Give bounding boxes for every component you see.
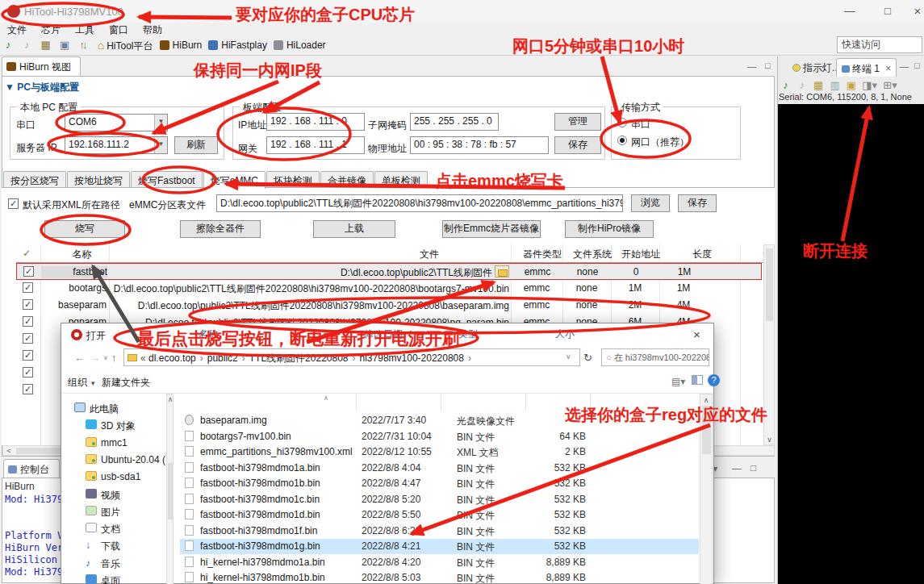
terminal-connect-icon[interactable]: ♪ [780, 78, 792, 93]
serial-radio[interactable] [617, 118, 627, 127]
burn-tab-合并镜像[interactable]: 合并镜像 [320, 171, 374, 188]
tab-close-icon[interactable]: × [885, 63, 891, 74]
burn-tab-烧写Fastboot[interactable]: 烧写Fastboot [131, 171, 203, 188]
row-checkbox[interactable]: ✓ [23, 282, 33, 293]
burn-tab-坏块检测[interactable]: 坏块检测 [266, 171, 320, 188]
row-checkbox[interactable]: ✓ [23, 333, 33, 344]
terminal-settings-icon[interactable]: ▦ [813, 78, 825, 93]
net-radio-label[interactable]: 网口（推荐） [631, 136, 689, 149]
address-chevron-icon[interactable]: ∨ [566, 352, 571, 361]
search-input[interactable]: ○ 在 hi3798mv100-2022080... [601, 348, 709, 366]
file-row[interactable]: fastboot-hi3798mdmo1b.bin2022/8/8 4:47BI… [180, 476, 699, 491]
upload-button[interactable]: 上载 [313, 220, 395, 238]
column-type[interactable]: 类型 [458, 327, 478, 341]
gateway-input[interactable]: 192 . 168 . 111 . 1 [266, 136, 365, 154]
minimize-button[interactable]: — [838, 3, 862, 19]
sidebar-item-视频[interactable]: 视频 [61, 487, 166, 503]
sidebar-item-usb-sda1[interactable]: usb-sda1 [61, 469, 166, 486]
mac-input[interactable]: 00 : 95 : 38 : 78 : fb : 57 [410, 136, 549, 154]
disconnect-icon[interactable]: ♪ [19, 38, 34, 52]
pc-board-config-header[interactable]: ▼ PC与板端配置 [5, 81, 771, 97]
sidebar-item-音乐[interactable]: ♪音乐 [61, 556, 166, 572]
board-save-button[interactable]: 保存 [554, 136, 601, 154]
scroll-down-icon[interactable]: ∨ [764, 436, 775, 444]
terminal-columns-icon[interactable]: ▥ [829, 78, 841, 93]
xml-path-input[interactable]: D:\dl.ecoo.top\public2\TTL线刷固件20220808\h… [216, 194, 623, 212]
column-size[interactable]: 大小 [555, 327, 575, 341]
sidebar-item-此电脑[interactable]: 此电脑 [61, 401, 166, 417]
browse-button[interactable]: 浏览 [631, 194, 670, 212]
browse-file-icon[interactable] [495, 265, 509, 277]
plug-dropdown-icon[interactable]: ◨▾ [862, 78, 878, 93]
refresh-button[interactable]: 刷新 [174, 136, 218, 154]
row-checkbox[interactable]: ✓ [23, 316, 33, 327]
scroll-up-icon[interactable]: ∧ [700, 396, 712, 404]
sidebar-item-下载[interactable]: ↓下载 [61, 538, 166, 554]
table-row[interactable]: ✓baseparamD:\dl.ecoo.top\public2\TTL线刷固件… [16, 297, 763, 314]
manage-button[interactable]: 管理 [554, 113, 601, 131]
check-all-icon[interactable]: ✓ [23, 248, 31, 259]
edit-table-icon[interactable]: ▦ [39, 38, 53, 52]
chevron-down-icon[interactable]: ▼ [154, 137, 167, 153]
breadcrumb-item[interactable]: hi3798mv100-20220808 [360, 352, 464, 364]
terminal-disconnect-icon[interactable]: ♪ [796, 78, 808, 93]
view-mode-icon[interactable]: ▤▾ [671, 376, 685, 387]
preview-pane-icon[interactable] [692, 375, 703, 385]
burn-tab-按分区烧写[interactable]: 按分区烧写 [3, 171, 66, 188]
breadcrumb-item[interactable]: dl.ecoo.top [148, 352, 196, 364]
row-checkbox[interactable]: ✓ [23, 299, 33, 310]
file-row[interactable]: fastboot-hi3798mdmo1d.bin2022/8/8 5:50BI… [180, 507, 699, 523]
organize-button[interactable]: 组织 ▼ [68, 376, 96, 390]
row-checkbox[interactable]: ✓ [23, 350, 33, 361]
plug-icon[interactable]: ▣ [57, 38, 72, 52]
make-emmc-image-button[interactable]: 制作Emmc烧片器镜像 [442, 220, 541, 238]
refresh-icon[interactable]: ↻ [583, 352, 592, 364]
tab-terminal-1[interactable]: 终端 1 × [836, 58, 897, 77]
file-row[interactable]: fastboot-hi3798mdmo1g.bin2022/8/8 4:21BI… [180, 539, 699, 554]
terminal-screen[interactable] [778, 104, 924, 584]
console-maximize-icon[interactable]: □ [750, 462, 756, 473]
dialog-close-icon[interactable]: × [693, 327, 700, 341]
view-maximize-icon[interactable]: □ [765, 60, 771, 70]
column-header-开始地址[interactable]: 开始地址 [617, 248, 665, 261]
hiburn-view-tab[interactable]: HiBurn 视图 [2, 56, 81, 76]
toolbar-app-HiBurn[interactable]: HiBurn [160, 37, 203, 53]
sidebar-item-图片[interactable]: 图片 [61, 504, 166, 520]
lock-icon[interactable]: ▣ [845, 78, 857, 93]
toolbar-app-HiFastplay[interactable]: HiFastplay [208, 37, 267, 53]
burn-button[interactable]: 烧写 [44, 220, 125, 238]
scroll-left-icon[interactable]: < [5, 447, 13, 455]
table-row[interactable]: ✓bootargsD:\dl.ecoo.top\public2\TTL线刷固件2… [16, 280, 763, 297]
column-header-文件系统[interactable]: 文件系统 [568, 248, 617, 261]
column-header-名称[interactable]: 名称 [55, 248, 109, 261]
table-row[interactable]: ✓fastbootD:\dl.ecoo.top\public2\TTL线刷固件e… [16, 263, 762, 280]
quick-access-input[interactable] [837, 36, 922, 53]
sidebar-item-Ubuntu-20.04 ([interactable]: Ubuntu-20.04 ( [61, 453, 166, 469]
panel-maximize-icon[interactable]: □ [914, 60, 920, 70]
toolbar-app-HiTool平台[interactable]: ⌂HiTool平台 [98, 37, 153, 53]
serial-radio-label[interactable]: 串口 [631, 118, 650, 131]
view-minimize-icon[interactable]: — [747, 61, 756, 71]
transfer-arrows-icon[interactable]: ↑↓ [76, 38, 90, 52]
console-tab[interactable]: 控制台 [3, 459, 60, 478]
sidebar-item-mmc1[interactable]: mmc1 [61, 436, 166, 452]
ip-input[interactable]: 192 . 168 . 111 . 0 [266, 113, 365, 131]
breadcrumb-item[interactable]: TTL线刷固件20220808 [249, 352, 349, 364]
burn-tab-按地址烧写[interactable]: 按地址烧写 [67, 171, 130, 188]
sidebar-item-桌面[interactable]: 桌面 [61, 573, 166, 584]
erase-all-button[interactable]: 擦除全器件 [180, 220, 261, 238]
xml-path-checkbox[interactable]: ✓ [8, 198, 19, 209]
maximize-button[interactable]: □ [876, 3, 900, 19]
server-ip-combo[interactable]: 192.168.111.2▼ [65, 136, 168, 154]
net-radio[interactable] [617, 136, 627, 145]
file-row[interactable]: bootargs7-mv100.bin2022/7/31 10:04BIN 文件… [180, 429, 699, 444]
burn-tab-单板检测[interactable]: 单板检测 [374, 171, 428, 188]
xml-save-button[interactable]: 保存 [678, 194, 717, 212]
file-row[interactable]: fastboot-hi3798mdmo1a.bin2022/8/8 4:04BI… [180, 461, 699, 476]
netmask-input[interactable]: 255 . 255 . 255 . 0 [410, 113, 499, 131]
connect-icon[interactable]: ♪ [1, 38, 15, 52]
chevron-down-icon[interactable]: ▼ [154, 115, 167, 131]
breadcrumb-item[interactable]: public2 [207, 352, 238, 364]
help-icon[interactable]: ? [708, 374, 720, 386]
column-header-长度[interactable]: 长度 [678, 248, 726, 261]
